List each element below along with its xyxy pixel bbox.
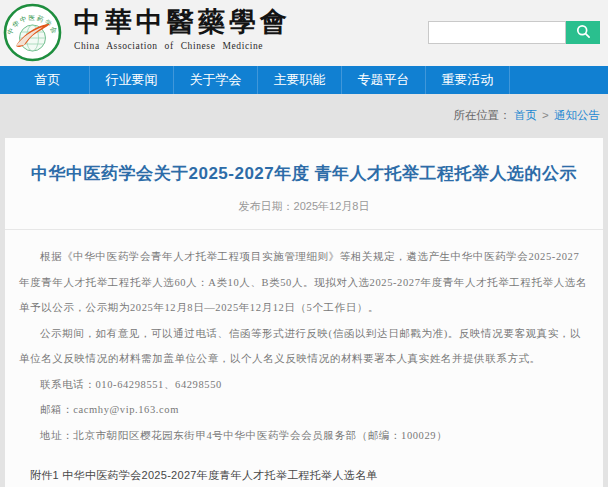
breadcrumb-link-home[interactable]: 首页 (514, 109, 537, 121)
page: 中华中医药学会 中華中醫藥學會 China Association of Chi… (0, 0, 608, 487)
site-title-en: China Association of Chinese Medicine (74, 41, 291, 51)
attachment-1-link[interactable]: 附件1 中华中医药学会2025-2027年度青年人才托举工程托举人选名单 (19, 464, 589, 486)
site-title-zh: 中華中醫藥學會 (74, 6, 291, 38)
article-card: 中华中医药学会关于2025-2027年度 青年人才托举工程托举人选的公示 发布日… (5, 138, 603, 487)
breadcrumb-strip: 所在位置： 首页 > 通知公告 (0, 94, 608, 138)
article-body: 根据《中华中医药学会青年人才托举工程项目实施管理细则》等相关规定，遴选产生中华中… (19, 244, 589, 448)
main-nav: 首页 行业要闻 关于学会 主要职能 专题平台 重要活动 (0, 66, 608, 94)
publish-date: 发布日期：2025年12月8日 (19, 199, 589, 214)
breadcrumb-separator: > (542, 109, 549, 121)
search-icon (575, 23, 592, 43)
search-input[interactable] (428, 21, 566, 44)
search-button[interactable] (566, 21, 600, 44)
contact-email: 邮箱：cacmhy@vip.163.com (19, 397, 589, 423)
cacm-logo-icon: 中华中医药学会 (3, 3, 62, 62)
contact-phone: 联系电话：010-64298551、64298550 (19, 372, 589, 398)
paragraph-feedback: 公示期间，如有意见，可以通过电话、信函等形式进行反映(信函以到达日邮戳为准)。反… (19, 321, 589, 372)
paragraph-basis: 根据《中华中医药学会青年人才托举工程项目实施管理细则》等相关规定，遴选产生中华中… (19, 244, 589, 321)
nav-item-important-activities[interactable]: 重要活动 (426, 66, 510, 94)
title-divider (5, 229, 603, 230)
breadcrumb-prefix: 所在位置： (453, 109, 511, 121)
nav-item-main-functions[interactable]: 主要职能 (258, 66, 342, 94)
nav-item-special-platforms[interactable]: 专题平台 (342, 66, 426, 94)
nav-item-home[interactable]: 首页 (6, 66, 90, 94)
contact-address: 地址：北京市朝阳区樱花园东街甲4号中华中医药学会会员服务部（邮编：100029） (19, 423, 589, 449)
nav-item-about-association[interactable]: 关于学会 (174, 66, 258, 94)
breadcrumb-link-notices[interactable]: 通知公告 (554, 109, 600, 121)
breadcrumb: 所在位置： 首页 > 通知公告 (453, 108, 600, 123)
site-header: 中华中医药学会 中華中醫藥學會 China Association of Chi… (0, 0, 608, 66)
nav-item-industry-news[interactable]: 行业要闻 (90, 66, 174, 94)
attachments: 附件1 中华中医药学会2025-2027年度青年人才托举工程托举人选名单 附件2… (19, 464, 589, 487)
search-bar (428, 21, 600, 44)
article-title: 中华中医药学会关于2025-2027年度 青年人才托举工程托举人选的公示 (19, 162, 589, 186)
site-titles: 中華中醫藥學會 China Association of Chinese Med… (74, 6, 291, 51)
